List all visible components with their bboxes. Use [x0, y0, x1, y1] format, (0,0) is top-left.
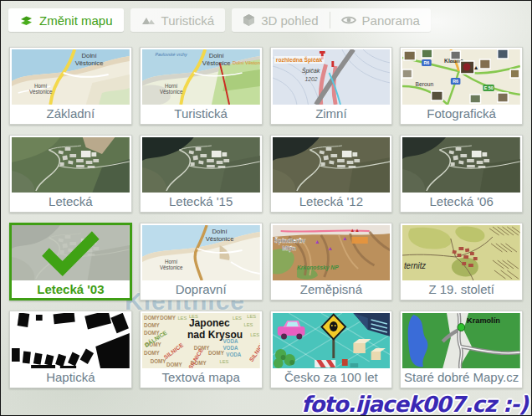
svg-text:E 50: E 50: [484, 85, 494, 90]
thumb-turisticka: Pavlovské vrchy Dolní Věstonice Dolní Vě…: [142, 49, 260, 105]
svg-text:Beroun: Beroun: [416, 81, 434, 87]
thumb-letecka-03: [12, 225, 130, 280]
map-toolbar: Změnit mapu Turistická 3D: [8, 8, 431, 32]
svg-text:Věstonice: Věstonice: [75, 59, 104, 67]
svg-text:LES: LES: [219, 359, 228, 364]
svg-text:Věstonice: Věstonice: [160, 264, 183, 270]
thumb-textova: DOMY DOMY DOMY DOMY DOMY DOMY DOMY DOMY …: [142, 313, 260, 368]
thumb-zemepisna: ▲▲▲ ▲▲ Špindlerův Mlýn Krkonošský NP: [273, 225, 391, 280]
change-map-button[interactable]: Změnit mapu: [8, 8, 124, 32]
map-tile-turisticka[interactable]: Pavlovské vrchy Dolní Věstonice Dolní Vě…: [140, 47, 263, 125]
thumb-cesko100: [273, 313, 391, 368]
map-tile-textova-mapa[interactable]: DOMY DOMY DOMY DOMY DOMY DOMY DOMY DOMY …: [140, 311, 263, 388]
svg-text:Japonec: Japonec: [189, 317, 230, 329]
tile-label: Textová mapa: [142, 368, 260, 386]
svg-text:▲: ▲: [327, 245, 333, 251]
map-tile-stare-dobre-mapy[interactable]: Kramolín Staré dobré Mapy.cz: [400, 311, 523, 388]
view-3d-label: 3D pohled: [261, 13, 318, 28]
cube-icon: [243, 13, 255, 27]
map-tile-zimni[interactable]: rozhledna Špičák Špičák 1202 Zimní: [270, 47, 393, 125]
map-tile-hapticka[interactable]: Haptická: [9, 311, 132, 388]
svg-text:Kramolín: Kramolín: [467, 316, 500, 325]
svg-text:DOMY: DOMY: [166, 362, 183, 367]
svg-text:DOMY: DOMY: [160, 315, 176, 321]
map-tile-letecka[interactable]: Letecká: [9, 135, 132, 213]
map-tile-letecka-06[interactable]: Letecká '06: [400, 135, 523, 213]
thumb-letecka: [12, 137, 130, 193]
map-switcher-screen: Klentnice Změnit mapu Turistická: [0, 0, 532, 416]
thumb-z19: ternitz: [402, 225, 520, 280]
thumb-letecka-06: [402, 137, 520, 193]
svg-text:R6: R6: [424, 60, 430, 65]
svg-text:DOMY: DOMY: [150, 358, 166, 364]
svg-text:Dolní: Dolní: [212, 228, 228, 235]
svg-text:Věstonice: Věstonice: [202, 59, 231, 67]
svg-text:VODA: VODA: [223, 345, 238, 351]
layers-icon: [19, 13, 33, 27]
change-map-label: Změnit mapu: [39, 13, 113, 28]
svg-text:1202: 1202: [304, 76, 317, 82]
svg-text:nad Krysou: nad Krysou: [187, 329, 243, 341]
svg-text:LES: LES: [247, 314, 256, 319]
svg-text:▲: ▲: [315, 239, 320, 244]
svg-text:Dolní Věstonice: Dolní Věstonice: [233, 60, 260, 65]
map-tile-z19-stoleti[interactable]: ternitz Z 19. století: [400, 223, 523, 300]
tile-label: Turistická: [142, 105, 260, 122]
svg-text:▲: ▲: [473, 64, 479, 70]
svg-text:LES: LES: [250, 332, 259, 337]
thumb-letecka-15: [142, 137, 260, 193]
map-tile-zemepisna[interactable]: ▲▲▲ ▲▲ Špindlerův Mlýn Krkonošský NP Zem…: [270, 223, 393, 300]
tile-label: Česko za 100 let: [273, 368, 391, 386]
tile-label: Fotografická: [402, 105, 520, 122]
tile-label: Základní: [12, 105, 130, 122]
panorama-button[interactable]: Panorama: [330, 8, 431, 32]
tile-label: Zeměpisná: [273, 280, 391, 298]
map-tile-letecka-15[interactable]: Letecká '15: [140, 135, 263, 213]
svg-text:VODA: VODA: [226, 352, 241, 357]
tile-label: Zimní: [273, 105, 391, 122]
svg-text:DOMY: DOMY: [144, 315, 161, 321]
svg-text:Dolní: Dolní: [208, 52, 224, 59]
map-type-grid: Dolní Věstonice Horní Věstonice Základní…: [9, 47, 523, 388]
svg-text:LES: LES: [243, 322, 253, 327]
svg-text:rozhledna Špičák: rozhledna Špičák: [275, 56, 322, 64]
tile-label: Letecká '06: [402, 193, 520, 210]
view-3d-button[interactable]: 3D pohled: [232, 8, 329, 32]
tile-label: Letecká '03: [12, 280, 130, 298]
svg-text:▲▲: ▲▲: [350, 228, 359, 233]
tourist-layer-button[interactable]: Turistická: [130, 8, 226, 32]
svg-text:DOMY: DOMY: [144, 322, 161, 328]
tile-label: Staré dobré Mapy.cz: [402, 368, 520, 386]
svg-text:Krkonošský NP: Krkonošský NP: [296, 264, 338, 271]
thumb-fotograficka: R6 R6 E 50 Kladno Beroun: [402, 49, 520, 105]
map-tile-fotograficka[interactable]: R6 R6 E 50 Kladno Beroun: [400, 47, 523, 125]
mountains-icon: [141, 14, 156, 26]
thumb-zimni: rozhledna Špičák Špičák 1202: [273, 49, 391, 105]
map-tile-cesko-za-100-let[interactable]: Česko za 100 let: [270, 311, 393, 388]
svg-text:Špičák: Špičák: [301, 67, 320, 74]
eye-icon: [341, 14, 356, 26]
thumb-letecka-12: [273, 137, 391, 193]
thumb-dopravni: Dolní Věstonice Horní Věstonice: [142, 225, 260, 280]
map-tile-letecka-12[interactable]: Letecká '12: [270, 135, 393, 213]
svg-text:LES: LES: [233, 316, 242, 321]
panorama-label: Panorama: [362, 13, 420, 28]
thumb-stare-mapy: Kramolín: [402, 313, 520, 368]
svg-text:Pavlovské vrchy: Pavlovské vrchy: [155, 52, 187, 57]
tile-label: Dopravní: [142, 280, 260, 298]
svg-text:DOMY: DOMY: [144, 350, 161, 356]
tile-label: Letecká '12: [273, 193, 391, 210]
svg-text:Mlýn: Mlýn: [282, 244, 296, 252]
tile-label: Letecká '15: [142, 193, 260, 210]
map-tile-zakladni[interactable]: Dolní Věstonice Horní Věstonice Základní: [9, 47, 132, 125]
tile-label: Z 19. století: [402, 280, 520, 298]
map-tile-dopravni[interactable]: Dolní Věstonice Horní Věstonice Dopravní: [140, 223, 263, 300]
map-tile-letecka-03-selected[interactable]: Letecká '03: [9, 223, 132, 300]
tile-label: Haptická: [12, 368, 130, 386]
view-buttons-group: 3D pohled Panorama: [232, 8, 431, 32]
svg-text:Věstonice: Věstonice: [160, 89, 183, 95]
svg-text:R6: R6: [453, 79, 458, 84]
svg-text:LES: LES: [177, 316, 187, 321]
svg-text:Dolní: Dolní: [82, 52, 98, 59]
tile-label: Letecká: [12, 193, 130, 210]
